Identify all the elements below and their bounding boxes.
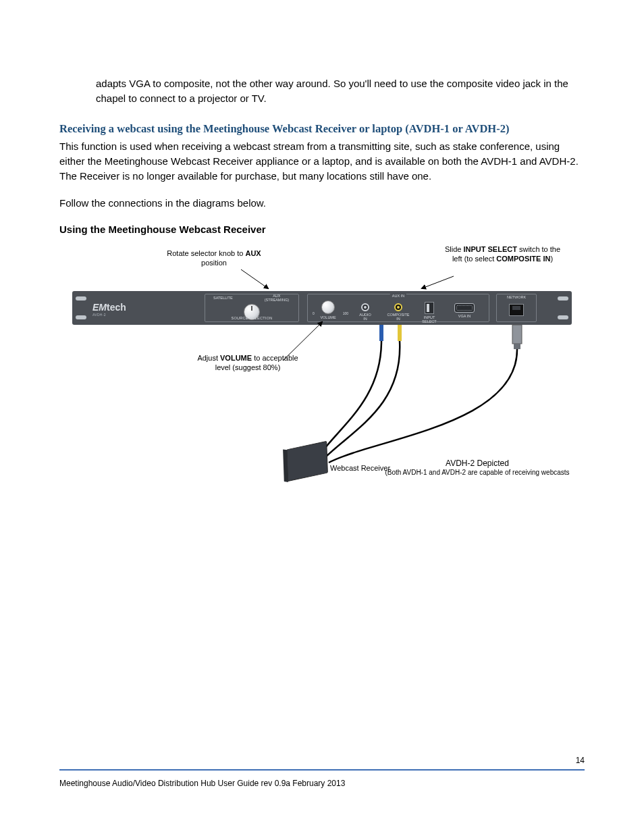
volume-knob-icon — [321, 301, 335, 314]
input-select-group: INPUT SELECT — [419, 301, 439, 323]
vga-in-label: VGA IN — [450, 315, 479, 319]
composite-in-label: COMPOSITE IN — [385, 313, 411, 321]
satellite-label: SATELLITE — [213, 296, 233, 301]
svg-rect-6 — [514, 344, 520, 349]
rack-ear-left — [72, 291, 90, 325]
callout-text: Slide — [445, 245, 464, 253]
rack-slot-icon — [76, 315, 86, 319]
vga-port-icon — [454, 303, 475, 313]
brand-em: EM — [92, 302, 107, 313]
vga-in-group: VGA IN — [450, 301, 479, 319]
label-line: IN — [363, 317, 367, 321]
callout-text: Adjust — [197, 354, 220, 362]
brand-logo: EMtech AVDH-2 — [92, 302, 126, 317]
composite-in-group: COMPOSITE IN — [385, 301, 411, 321]
source-selection-box: SATELLITE AUX (STREAMING) SOURCE SELECTI… — [205, 294, 299, 322]
tick-label: 100 — [343, 311, 348, 315]
svg-line-0 — [241, 269, 268, 288]
callout-volume: Adjust VOLUME to acceptable level (sugge… — [194, 354, 302, 373]
footer-rule — [59, 769, 585, 771]
callout-input-select: Slide INPUT SELECT switch to the left (t… — [444, 245, 562, 264]
audio-in-label: AUDIO IN — [355, 313, 375, 321]
callout-bold: VOLUME — [220, 354, 252, 362]
audio-in-group: AUDIO IN — [355, 301, 375, 321]
tick-label: 0 — [313, 311, 315, 315]
rack-slot-icon — [558, 296, 568, 301]
slide-switch-icon — [425, 302, 434, 314]
paragraph-1: This function is used when receiving a w… — [59, 139, 585, 183]
rack-ear-right — [554, 291, 572, 325]
section-heading: Receiving a webcast using the Meetinghou… — [59, 121, 585, 137]
rack-slot-icon — [76, 296, 86, 301]
svg-line-1 — [422, 276, 454, 288]
source-selection-label: SOURCE SELECTION — [231, 316, 272, 321]
network-label: NETWORK — [507, 295, 526, 300]
callout-bold: AUX — [245, 249, 261, 257]
brand-model: AVDH-2 — [92, 313, 126, 317]
depicted-note: AVDH-2 Depicted (Both AVDH-1 and AVDH-2 … — [376, 459, 579, 477]
panel-content: SATELLITE AUX (STREAMING) SOURCE SELECTI… — [90, 291, 554, 325]
input-select-label: INPUT SELECT — [419, 316, 439, 323]
callout-text: position — [201, 259, 227, 267]
depicted-title: AVDH-2 Depicted — [376, 459, 579, 469]
depicted-subtitle: (Both AVDH-1 and AVDH-2 are capable of r… — [376, 469, 579, 477]
svg-rect-4 — [398, 325, 402, 341]
aux-in-box: AUX IN 0 100 VOLUME AUDIO IN — [307, 294, 489, 322]
callout-text: Rotate selector knob to — [167, 249, 245, 257]
callout-rotate-knob: Rotate selector knob to AUX position — [153, 249, 275, 268]
leadin-paragraph: adapts VGA to composite, not the other w… — [96, 76, 585, 106]
label-line: SELECT — [422, 319, 436, 323]
composite-jack-icon — [394, 303, 402, 311]
callout-text: ) — [550, 255, 553, 263]
connection-diagram: Rotate selector knob to AUX position Sli… — [72, 249, 572, 492]
svg-rect-5 — [512, 325, 522, 344]
sub-heading: Using the Meetinghouse Webcast Receiver — [59, 222, 585, 237]
audio-jack-icon — [361, 303, 369, 311]
rj45-port-icon — [509, 304, 524, 316]
callout-bold: INPUT SELECT — [463, 245, 516, 253]
webcast-receiver-icon — [286, 441, 328, 481]
label-line: IN — [396, 317, 400, 321]
paragraph-2: Follow the connections in the diagrams b… — [59, 196, 585, 211]
network-box: NETWORK — [496, 294, 537, 322]
callout-bold: COMPOSITE IN — [496, 255, 550, 263]
volume-group: 0 100 VOLUME — [316, 301, 340, 320]
aux-in-label: AUX IN — [390, 294, 406, 298]
brand-tech: tech — [107, 302, 126, 313]
page-number: 14 — [576, 755, 585, 766]
svg-rect-3 — [379, 325, 383, 341]
volume-label: VOLUME — [316, 316, 340, 320]
footer-text: Meetinghouse Audio/Video Distribution Hu… — [59, 778, 345, 789]
label-line: (STREAMING) — [265, 298, 289, 302]
aux-streaming-label: AUX (STREAMING) — [265, 294, 289, 303]
rack-slot-icon — [558, 315, 568, 319]
device-panel: SATELLITE AUX (STREAMING) SOURCE SELECTI… — [72, 291, 572, 325]
